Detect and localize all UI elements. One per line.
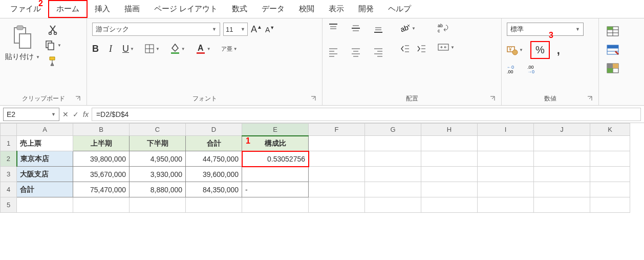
tab-data[interactable]: データ: [254, 1, 292, 17]
cell[interactable]: [365, 151, 421, 167]
align-middle-icon[interactable]: [350, 23, 366, 41]
cell-E4[interactable]: -: [242, 182, 309, 197]
tab-formulas[interactable]: 数式: [225, 1, 254, 17]
cell[interactable]: [478, 151, 534, 167]
cell-styles-icon[interactable]: [606, 63, 622, 74]
cell-D3[interactable]: 39,600,000: [186, 167, 242, 182]
col-header[interactable]: G: [365, 124, 421, 136]
cell[interactable]: [130, 197, 186, 213]
cell[interactable]: [534, 167, 590, 182]
orientation-icon[interactable]: ab: [399, 23, 411, 34]
increase-indent-icon[interactable]: [416, 43, 427, 54]
cell-D4[interactable]: 84,350,000: [186, 182, 242, 197]
cell-C2[interactable]: 4,950,000: [130, 151, 186, 167]
cell[interactable]: [186, 197, 242, 213]
font-name-select[interactable]: 游ゴシック▼: [92, 23, 220, 36]
cell[interactable]: [590, 136, 630, 151]
format-as-table-icon[interactable]: [606, 44, 622, 55]
format-painter-icon[interactable]: [48, 55, 59, 67]
row-header[interactable]: 3: [1, 167, 17, 182]
cut-icon[interactable]: [48, 25, 58, 35]
cell[interactable]: [242, 197, 309, 213]
cell-B3[interactable]: 35,670,000: [73, 167, 130, 182]
cell[interactable]: [478, 167, 534, 182]
cell-C3[interactable]: 3,930,000: [130, 167, 186, 182]
cell[interactable]: [590, 151, 630, 167]
tab-developer[interactable]: 開発: [351, 1, 381, 17]
formula-input[interactable]: =D2/$D$4: [92, 108, 641, 121]
percent-style-button[interactable]: %: [530, 41, 550, 59]
cell-B1[interactable]: 上半期: [73, 136, 130, 151]
cell-C1[interactable]: 下半期: [130, 136, 186, 151]
cell-A1[interactable]: 売上票: [17, 136, 73, 151]
phonetic-dropdown-icon[interactable]: ▼: [233, 47, 238, 51]
row-header[interactable]: 1: [1, 136, 17, 151]
font-launcher-icon[interactable]: [311, 96, 317, 102]
cell[interactable]: [421, 167, 478, 182]
cell[interactable]: [365, 182, 421, 197]
cell-E3[interactable]: [242, 167, 309, 182]
cell-D2[interactable]: 44,750,000: [186, 151, 242, 167]
cell[interactable]: [534, 151, 590, 167]
font-size-select[interactable]: 11▼: [223, 23, 248, 36]
tab-draw[interactable]: 描画: [117, 1, 147, 17]
col-header[interactable]: C: [130, 124, 186, 136]
underline-button[interactable]: U: [122, 44, 129, 54]
cell[interactable]: [534, 197, 590, 213]
cell[interactable]: [534, 136, 590, 151]
merge-dropdown-icon[interactable]: ▼: [450, 45, 455, 50]
cell[interactable]: [421, 151, 478, 167]
col-header[interactable]: J: [534, 124, 590, 136]
align-center-icon[interactable]: [350, 46, 366, 65]
cell-A4[interactable]: 合計: [17, 182, 73, 197]
cell[interactable]: [534, 182, 590, 197]
cell-B2[interactable]: 39,800,000: [73, 151, 130, 167]
select-all-corner[interactable]: [1, 124, 17, 136]
cell[interactable]: [365, 167, 421, 182]
copy-icon[interactable]: [45, 40, 55, 50]
cell[interactable]: [309, 151, 365, 167]
col-header[interactable]: H: [421, 124, 478, 136]
bold-button[interactable]: B: [92, 44, 99, 54]
cell[interactable]: [365, 197, 421, 213]
tab-home[interactable]: ホーム: [48, 0, 88, 18]
wrap-text-icon[interactable]: abc: [437, 23, 455, 33]
col-header[interactable]: B: [73, 124, 130, 136]
conditional-formatting-icon[interactable]: [606, 26, 622, 37]
phonetic-icon[interactable]: ア亜: [221, 46, 232, 52]
merge-center-icon[interactable]: [437, 42, 449, 52]
comma-style-button[interactable]: ,: [557, 44, 560, 57]
name-box[interactable]: E2▼: [3, 108, 59, 121]
orientation-dropdown-icon[interactable]: ▼: [412, 26, 416, 31]
cancel-formula-icon[interactable]: ✕: [62, 110, 69, 118]
align-right-icon[interactable]: [373, 46, 388, 65]
tab-view[interactable]: 表示: [321, 1, 351, 17]
cell-C4[interactable]: 8,880,000: [130, 182, 186, 197]
cell[interactable]: [17, 197, 73, 213]
align-left-icon[interactable]: [328, 46, 343, 65]
row-header[interactable]: 2: [1, 151, 17, 167]
cell-E2-selected[interactable]: 0.53052756: [242, 151, 309, 167]
col-header[interactable]: K: [590, 124, 630, 136]
clipboard-launcher-icon[interactable]: [75, 96, 81, 102]
paste-dropdown-icon[interactable]: ▼: [36, 55, 40, 59]
enter-formula-icon[interactable]: ✓: [73, 110, 79, 118]
align-bottom-icon[interactable]: [373, 23, 388, 41]
cell[interactable]: [421, 197, 478, 213]
currency-icon[interactable]: ¥: [507, 45, 518, 55]
fx-icon[interactable]: fx: [83, 110, 89, 118]
cell-A2[interactable]: 東京本店: [17, 151, 73, 167]
cell-B4[interactable]: 75,470,000: [73, 182, 130, 197]
font-color-dropdown-icon[interactable]: ▼: [207, 47, 211, 51]
cell[interactable]: [309, 182, 365, 197]
copy-dropdown-icon[interactable]: ▼: [57, 43, 61, 48]
cell[interactable]: [590, 167, 630, 182]
col-header[interactable]: I: [478, 124, 534, 136]
cell[interactable]: [309, 167, 365, 182]
increase-font-icon[interactable]: A▲: [251, 24, 262, 35]
row-header[interactable]: 4: [1, 182, 17, 197]
alignment-launcher-icon[interactable]: [490, 96, 496, 102]
borders-icon[interactable]: [144, 44, 155, 54]
tab-review[interactable]: 校閲: [292, 1, 321, 17]
cell[interactable]: [309, 136, 365, 151]
